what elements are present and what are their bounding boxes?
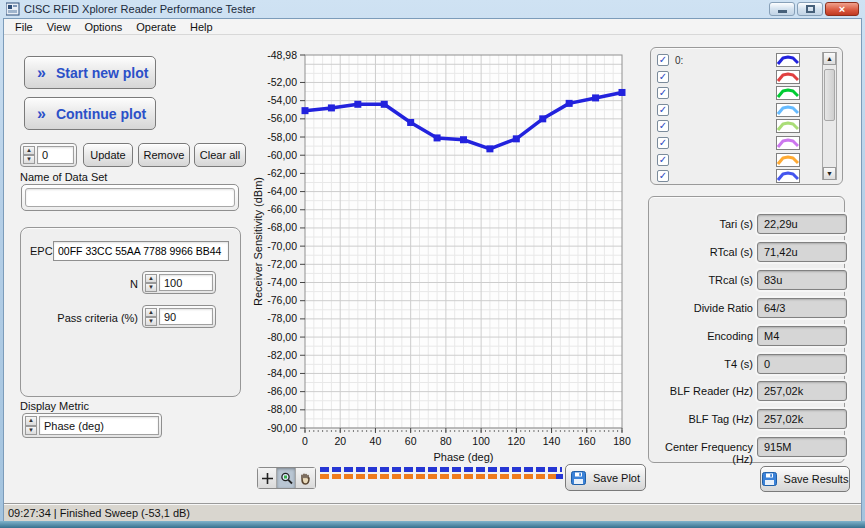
minimize-icon bbox=[778, 10, 787, 13]
maximize-button[interactable] bbox=[797, 2, 823, 16]
spinner-up-icon[interactable]: ▲ bbox=[145, 308, 157, 317]
x-scrollbar-bottom[interactable] bbox=[320, 474, 556, 479]
svg-text:60: 60 bbox=[405, 435, 417, 447]
svg-text:-62,00: -62,00 bbox=[267, 167, 297, 179]
pass-criteria-value[interactable]: 90 bbox=[159, 308, 213, 325]
save-results-button[interactable]: Save Results bbox=[760, 466, 850, 492]
legend-checkbox[interactable]: ✓ bbox=[657, 154, 669, 166]
legend-color-swatch[interactable] bbox=[776, 103, 800, 117]
legend-checkbox[interactable]: ✓ bbox=[657, 170, 669, 182]
menu-item-options[interactable]: Options bbox=[77, 20, 129, 34]
param-value-field: 257,02k bbox=[757, 409, 847, 429]
display-metric-value[interactable]: Phase (deg) bbox=[39, 416, 159, 435]
start-new-plot-button[interactable]: » Start new plot bbox=[24, 56, 156, 89]
scrollbar-thumb[interactable] bbox=[824, 69, 835, 121]
svg-text:-68,00: -68,00 bbox=[267, 221, 297, 233]
clear-all-button[interactable]: Clear all bbox=[194, 143, 246, 167]
close-button[interactable]: × bbox=[825, 2, 859, 16]
scroll-up-icon[interactable]: ▲ bbox=[823, 52, 836, 65]
svg-text:-70,00: -70,00 bbox=[267, 240, 297, 252]
minimize-button[interactable] bbox=[769, 2, 795, 16]
app-icon bbox=[6, 2, 20, 16]
spinner-down-icon[interactable]: ▼ bbox=[145, 317, 157, 326]
svg-text:-84,00: -84,00 bbox=[267, 367, 297, 379]
cursor-tool-button[interactable] bbox=[258, 468, 277, 488]
param-label: Tari (s) bbox=[653, 218, 753, 230]
legend-row-2: ✓ bbox=[657, 85, 800, 101]
crosshair-icon bbox=[261, 472, 274, 485]
magnifier-icon bbox=[280, 472, 293, 485]
legend-color-swatch[interactable] bbox=[776, 169, 800, 183]
legend-color-swatch[interactable] bbox=[776, 119, 800, 133]
continue-plot-button[interactable]: » Continue plot bbox=[24, 97, 156, 130]
legend-checkbox[interactable]: ✓ bbox=[657, 71, 669, 83]
menu-item-file[interactable]: File bbox=[8, 20, 40, 34]
plot-index-stepper[interactable]: ▲ ▼ 0 bbox=[20, 143, 77, 167]
plot-legend-panel: ▲ ▼ ✓0:✓✓✓✓✓✓✓ bbox=[650, 47, 843, 185]
title-bar[interactable]: CISC RFID Xplorer Reader Performance Tes… bbox=[0, 0, 865, 18]
x-scrollbar-top[interactable] bbox=[320, 467, 562, 472]
menu-item-operate[interactable]: Operate bbox=[129, 20, 183, 34]
spinner-up-icon[interactable]: ▲ bbox=[145, 274, 157, 283]
legend-scrollbar[interactable]: ▲ ▼ bbox=[822, 52, 837, 180]
legend-checkbox[interactable]: ✓ bbox=[657, 87, 669, 99]
svg-text:-48,98: -48,98 bbox=[267, 49, 297, 61]
status-text: 09:27:34 | Finished Sweep (-53,1 dB) bbox=[8, 507, 190, 519]
legend-checkbox[interactable]: ✓ bbox=[657, 104, 669, 116]
remove-label: Remove bbox=[144, 149, 185, 161]
svg-text:-66,00: -66,00 bbox=[267, 203, 297, 215]
sensitivity-chart[interactable]: -48,98-52,00-54,00-56,00-58,00-60,00-62,… bbox=[252, 42, 648, 464]
svg-text:-88,00: -88,00 bbox=[267, 403, 297, 415]
legend-color-swatch[interactable] bbox=[776, 53, 800, 67]
legend-color-swatch[interactable] bbox=[776, 86, 800, 100]
plot-index-value[interactable]: 0 bbox=[37, 146, 74, 164]
spinner-down-icon[interactable]: ▼ bbox=[145, 283, 157, 292]
svg-text:140: 140 bbox=[543, 435, 561, 447]
svg-text:-72,00: -72,00 bbox=[267, 258, 297, 270]
pass-criteria-stepper[interactable]: ▲ ▼ 90 bbox=[142, 305, 216, 328]
save-plot-button[interactable]: Save Plot bbox=[565, 464, 646, 491]
n-label: N bbox=[118, 278, 138, 290]
n-value[interactable]: 100 bbox=[159, 274, 213, 291]
dataset-label: Name of Data Set bbox=[20, 171, 107, 183]
floppy-disk-icon bbox=[571, 471, 586, 485]
legend-row-6: ✓ bbox=[657, 152, 800, 168]
svg-text:120: 120 bbox=[508, 435, 526, 447]
svg-text:-52,00: -52,00 bbox=[267, 76, 297, 88]
graph-palette bbox=[257, 467, 316, 489]
svg-text:-60,00: -60,00 bbox=[267, 149, 297, 161]
menu-item-view[interactable]: View bbox=[40, 20, 78, 34]
update-button[interactable]: Update bbox=[83, 143, 133, 167]
svg-text:-74,00: -74,00 bbox=[267, 276, 297, 288]
param-label: Encoding bbox=[653, 330, 753, 342]
menu-item-help[interactable]: Help bbox=[183, 20, 220, 34]
remove-button[interactable]: Remove bbox=[138, 143, 190, 167]
legend-color-swatch[interactable] bbox=[776, 136, 800, 150]
display-metric-selector[interactable]: ▲ ▼ Phase (deg) bbox=[22, 413, 162, 438]
legend-checkbox[interactable]: ✓ bbox=[657, 120, 669, 132]
hand-icon bbox=[299, 472, 312, 485]
spinner-up-icon[interactable]: ▲ bbox=[23, 146, 35, 155]
save-results-label: Save Results bbox=[784, 473, 849, 485]
svg-text:Receiver Sensitivity (dBm): Receiver Sensitivity (dBm) bbox=[252, 177, 264, 306]
legend-checkbox[interactable]: ✓ bbox=[657, 54, 669, 66]
legend-color-swatch[interactable] bbox=[776, 153, 800, 167]
spinner-up-icon[interactable]: ▲ bbox=[25, 416, 37, 426]
svg-text:-80,00: -80,00 bbox=[267, 331, 297, 343]
param-label: Divide Ratio bbox=[653, 302, 753, 314]
zoom-tool-button[interactable] bbox=[277, 468, 296, 488]
pan-tool-button[interactable] bbox=[296, 468, 315, 488]
epc-input[interactable] bbox=[53, 241, 229, 261]
legend-row-3: ✓ bbox=[657, 102, 800, 118]
param-value-field: M4 bbox=[757, 326, 847, 346]
param-value-field: 64/3 bbox=[757, 298, 847, 318]
svg-text:-86,00: -86,00 bbox=[267, 385, 297, 397]
legend-checkbox[interactable]: ✓ bbox=[657, 137, 669, 149]
dataset-input[interactable] bbox=[25, 188, 235, 207]
param-value-field: 257,02k bbox=[757, 381, 847, 401]
spinner-down-icon[interactable]: ▼ bbox=[23, 155, 35, 164]
scroll-down-icon[interactable]: ▼ bbox=[823, 167, 836, 180]
n-stepper[interactable]: ▲ ▼ 100 bbox=[142, 271, 216, 294]
spinner-down-icon[interactable]: ▼ bbox=[25, 426, 37, 436]
legend-color-swatch[interactable] bbox=[776, 70, 800, 84]
